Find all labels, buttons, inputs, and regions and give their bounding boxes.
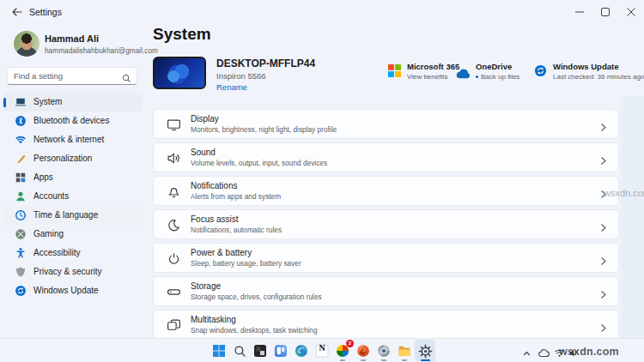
dark-square-app-icon [253, 344, 267, 358]
chevron-right-icon [599, 154, 607, 169]
watermark: wsxdn.com [559, 346, 619, 358]
settings-row-power-battery[interactable]: Power & battery Sleep, battery usage, ba… [153, 243, 619, 273]
widgets-icon [274, 344, 288, 358]
notion-button[interactable]: N [312, 340, 332, 362]
settings-row-storage[interactable]: Storage Storage space, drives, configura… [153, 276, 619, 306]
taskbar: N 2 10:16 AM [0, 338, 644, 362]
search-button[interactable] [229, 340, 250, 362]
pinwheel-app-button[interactable]: 2 [332, 340, 353, 362]
device-thumbnail [153, 57, 206, 89]
search-input[interactable] [14, 68, 118, 84]
drive-icon [167, 285, 181, 299]
running-indicator [381, 359, 386, 361]
sidebar-item-label: Bluetooth & devices [33, 116, 109, 125]
sidebar-item-windows-update[interactable]: Windows Update [3, 281, 143, 300]
clock-icon [15, 209, 27, 221]
sidebar-item-accessibility[interactable]: Accessibility [3, 244, 143, 262]
sidebar-item-gaming[interactable]: Gaming [3, 225, 143, 244]
close-button[interactable] [618, 0, 644, 24]
search-box[interactable] [7, 67, 137, 85]
sidebar-item-bluetooth-devices[interactable]: Bluetooth & devices [3, 112, 143, 130]
sidebar-item-label: Time & language [33, 210, 98, 220]
widgets-button[interactable] [270, 340, 291, 362]
row-subtitle: Volume levels, output, input, sound devi… [191, 159, 327, 167]
wifi-icon [15, 134, 27, 146]
speaker-icon [167, 151, 181, 166]
gray-browser-button[interactable] [374, 340, 394, 362]
device-model: Inspiron 5566 [216, 71, 266, 81]
orange-app-icon [356, 344, 370, 358]
dark-app-button[interactable] [250, 340, 270, 362]
sidebar-item-time-language[interactable]: Time & language [3, 206, 143, 225]
row-subtitle: Sleep, battery usage, battery saver [191, 259, 301, 268]
edge-browser-icon [295, 344, 308, 358]
settings-row-notifications[interactable]: Notifications Alerts from apps and syste… [153, 176, 619, 206]
quick-link-title: Windows Update [553, 62, 618, 71]
row-title: Storage [191, 281, 221, 291]
tray-onedrive-cloud-icon[interactable] [538, 346, 550, 361]
row-subtitle: Alerts from apps and system [191, 192, 281, 201]
row-title: Power & battery [191, 248, 252, 257]
row-title: Multitasking [191, 315, 236, 324]
status-dot [476, 75, 478, 78]
settings-row-focus-assist[interactable]: Focus assist Notifications, automatic ru… [153, 209, 619, 239]
running-indicator [340, 359, 345, 361]
row-subtitle: Storage space, drives, configuration rul… [191, 293, 322, 301]
selected-accent-bar [3, 98, 6, 107]
apps-grid-icon [15, 172, 27, 184]
maximize-button[interactable] [592, 0, 618, 24]
power-icon [167, 251, 181, 266]
microsoft-365-icon [388, 64, 401, 81]
sidebar-item-privacy-security[interactable]: Privacy & security [3, 262, 143, 281]
windows-logo-icon [212, 344, 226, 358]
back-button[interactable] [9, 4, 26, 20]
rename-link[interactable]: Rename [216, 82, 247, 92]
settings-row-multitasking[interactable]: Multitasking Snap windows, desktops, tas… [153, 310, 619, 340]
settings-row-sound[interactable]: Sound Volume levels, output, input, soun… [153, 142, 619, 172]
settings-row-display[interactable]: Display Monitors, brightness, night ligh… [153, 109, 619, 139]
sidebar-item-personalization[interactable]: Personalization [3, 149, 143, 168]
sidebar-item-accounts[interactable]: Accounts [3, 187, 143, 206]
profile-name: Hammad Ali [45, 33, 99, 44]
accessibility-icon [15, 247, 27, 259]
active-running-indicator [421, 359, 430, 361]
search-icon [234, 345, 246, 358]
update-arrows-icon [15, 285, 27, 297]
watermark: wsxdn.com [604, 188, 644, 198]
orange-app-button[interactable] [353, 340, 374, 362]
minimize-button[interactable] [567, 0, 592, 24]
start-button[interactable] [209, 340, 229, 362]
sidebar-item-label: Apps [33, 172, 53, 182]
row-title: Display [191, 114, 219, 124]
row-subtitle: Monitors, brightness, night light, displ… [191, 125, 337, 134]
avatar[interactable] [14, 31, 39, 57]
quick-link-title: OneDrive [476, 62, 512, 71]
bell-icon [167, 184, 181, 199]
row-title: Sound [191, 148, 216, 157]
row-title: Notifications [191, 181, 237, 190]
settings-list: Display Monitors, brightness, night ligh… [153, 109, 619, 343]
gear-icon [418, 344, 433, 359]
sidebar-item-system[interactable]: System [3, 93, 143, 112]
onedrive-cloud-icon [455, 67, 471, 82]
edge-button[interactable] [291, 340, 312, 362]
xbox-icon [15, 228, 27, 240]
chevron-right-icon [599, 254, 607, 269]
gray-browser-icon [377, 344, 391, 358]
sidebar-item-label: Accessibility [33, 248, 80, 257]
quick-link-subtitle: Back up files [476, 73, 519, 81]
windows-stack-icon [167, 318, 181, 333]
brush-icon [15, 153, 27, 165]
chevron-right-icon [599, 321, 607, 336]
settings-button[interactable] [415, 340, 435, 362]
tray-chevron-up-icon[interactable] [522, 346, 532, 361]
file-explorer-button[interactable] [394, 340, 415, 362]
search-icon [122, 71, 131, 87]
sidebar-item-apps[interactable]: Apps [3, 168, 143, 187]
monitor-icon [167, 118, 181, 132]
notion-letter: N [312, 343, 332, 353]
sidebar-item-label: Personalization [33, 154, 92, 163]
sidebar-item-network-internet[interactable]: Network & internet [3, 130, 143, 149]
quick-link-subtitle: View benefits [407, 73, 447, 81]
row-title: Focus assist [191, 214, 239, 224]
